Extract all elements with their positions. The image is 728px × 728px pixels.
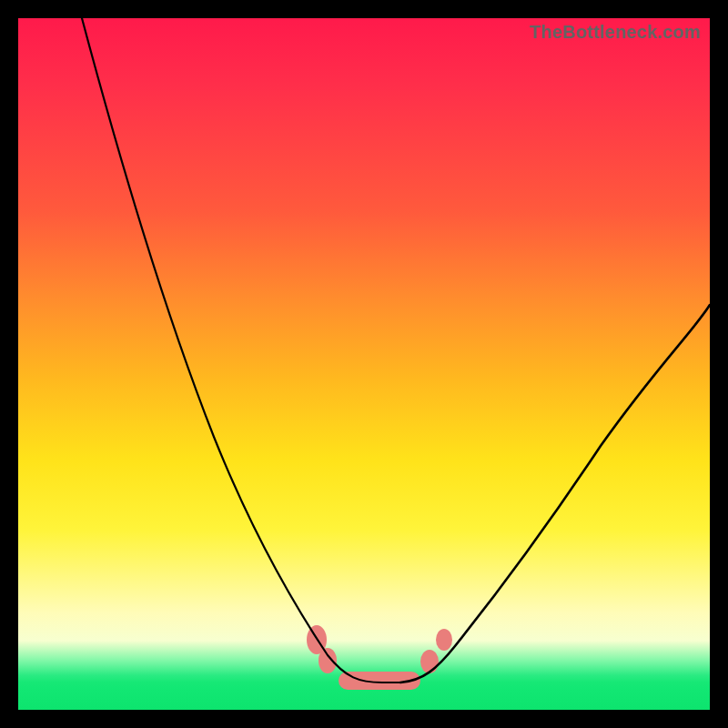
salmon-blob-right-2 [436, 629, 452, 651]
salmon-blob-right-1 [420, 650, 439, 673]
left-curve [82, 18, 382, 682]
salmon-blob-left-2 [318, 648, 337, 673]
chart-frame: TheBottleneck.com [0, 0, 728, 728]
curve-layer [18, 18, 710, 710]
plot-area: TheBottleneck.com [18, 18, 710, 710]
right-curve [400, 305, 710, 682]
